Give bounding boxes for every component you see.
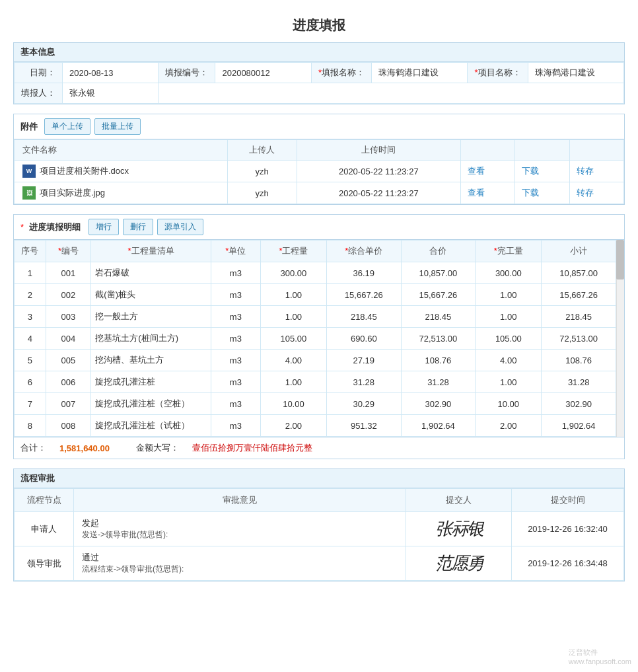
file-name: 🖼 项目实际进度.jpg xyxy=(15,182,228,204)
detail-row: 3 003 挖一般土方 m3 1.00 218.45 218.45 1.00 2… xyxy=(15,306,616,328)
file-name: W 项目进度相关附件.docx xyxy=(15,161,228,182)
row-seq: 7 xyxy=(15,393,46,415)
view-link[interactable]: 查看 xyxy=(460,161,514,182)
flow-time: 2019-12-26 16:32:40 xyxy=(512,512,624,546)
col-actions3 xyxy=(569,140,623,161)
row-qty: 1.00 xyxy=(260,306,326,328)
detail-row: 7 007 旋挖成孔灌注桩（空桩） m3 10.00 30.29 302.90 … xyxy=(15,393,616,415)
th-sub: 小计 xyxy=(542,241,616,262)
row-total: 10,857.00 xyxy=(401,262,476,284)
uploader: yzh xyxy=(227,182,297,204)
row-no: 005 xyxy=(46,350,91,371)
row-name: 截(凿)桩头 xyxy=(91,284,211,306)
row-unit: m3 xyxy=(211,284,260,306)
detail-scroll-area: 序号 *编号 *工程量清单 *单位 *工程量 *综合单价 合价 *完工量 小计 … xyxy=(14,240,624,437)
add-row-button[interactable]: 增行 xyxy=(89,219,119,235)
row-name: 旋挖成孔灌注桩（试桩） xyxy=(91,415,211,437)
row-seq: 6 xyxy=(15,371,46,393)
flow-time: 2019-12-26 16:34:48 xyxy=(512,546,624,581)
row-sub: 15,667.26 xyxy=(542,284,616,306)
row-seq: 2 xyxy=(15,284,46,306)
row-price: 15,667.26 xyxy=(326,284,401,306)
row-unit: m3 xyxy=(211,415,260,437)
col-time: 提交时间 xyxy=(512,489,624,512)
row-sub: 302.90 xyxy=(542,393,616,415)
row-sub: 31.28 xyxy=(542,371,616,393)
attachment-row: W 项目进度相关附件.docx yzh 2020-05-22 11:23:27 … xyxy=(15,161,624,182)
detail-toolbar: *进度填报明细 增行 删行 源单引入 xyxy=(14,215,624,240)
row-qty: 1.00 xyxy=(260,284,326,306)
row-seq: 5 xyxy=(15,350,46,371)
save-link[interactable]: 转存 xyxy=(569,182,623,204)
download-link[interactable]: 下载 xyxy=(515,182,569,204)
download-link[interactable]: 下载 xyxy=(515,161,569,182)
row-done: 105.00 xyxy=(476,328,542,350)
flow-submitter: 张祘银 xyxy=(406,512,512,546)
th-qty: *工程量 xyxy=(260,241,326,262)
scrollbar-thumb[interactable] xyxy=(616,240,624,280)
attachment-row: 🖼 项目实际进度.jpg yzh 2020-05-22 11:23:27 查看 … xyxy=(15,182,624,204)
workflow-row: 申请人 发起 发送->领导审批(范思哲): 张祘银 2019-12-26 16:… xyxy=(15,512,624,546)
report-name-label: *填报名称： xyxy=(311,63,371,83)
col-actions2 xyxy=(515,140,569,161)
th-total: 合价 xyxy=(401,241,476,262)
row-sub: 10,857.00 xyxy=(542,262,616,284)
th-seq: 序号 xyxy=(15,241,46,262)
th-done: *完工量 xyxy=(476,241,542,262)
amount-label: 金额大写： xyxy=(136,442,179,454)
word-icon: W xyxy=(22,165,36,178)
row-no: 003 xyxy=(46,306,91,328)
row-qty: 2.00 xyxy=(260,415,326,437)
basic-info-table: 日期： 2020-08-13 填报编号： 2020080012 *填报名称： 珠… xyxy=(14,62,624,104)
delete-row-button[interactable]: 删行 xyxy=(123,219,153,235)
row-done: 10.00 xyxy=(476,393,542,415)
row-price: 31.28 xyxy=(326,371,401,393)
row-unit: m3 xyxy=(211,306,260,328)
row-qty: 4.00 xyxy=(260,350,326,371)
summary-label: 合计： xyxy=(20,442,46,454)
row-price: 27.19 xyxy=(326,350,401,371)
col-upload-time: 上传时间 xyxy=(297,140,460,161)
single-upload-button[interactable]: 单个上传 xyxy=(44,118,90,135)
scrollbar-track[interactable] xyxy=(616,240,624,437)
th-price: *综合单价 xyxy=(326,241,401,262)
workflow-row: 领导审批 通过 流程结束->领导审批(范思哲): 范愿勇 2019-12-26 … xyxy=(15,546,624,581)
reporter-label: 填报人： xyxy=(15,83,63,104)
detail-label: 进度填报明细 xyxy=(29,221,81,233)
th-no: *编号 xyxy=(46,241,91,262)
detail-row: 8 008 旋挖成孔灌注桩（试桩） m3 2.00 951.32 1,902.6… xyxy=(15,415,616,437)
row-unit: m3 xyxy=(211,371,260,393)
row-total: 1,902.64 xyxy=(401,415,476,437)
row-price: 690.60 xyxy=(326,328,401,350)
batch-upload-button[interactable]: 批量上传 xyxy=(94,118,141,135)
row-done: 4.00 xyxy=(476,350,542,371)
row-price: 36.19 xyxy=(326,262,401,284)
th-name: *工程量清单 xyxy=(91,241,211,262)
attachment-label: 附件 xyxy=(20,121,38,133)
page-title: 进度填报 xyxy=(13,7,625,42)
row-unit: m3 xyxy=(211,328,260,350)
date-label: 日期： xyxy=(15,63,63,83)
row-no: 002 xyxy=(46,284,91,306)
row-sub: 108.76 xyxy=(542,350,616,371)
row-done: 1.00 xyxy=(476,306,542,328)
image-icon: 🖼 xyxy=(22,186,36,200)
row-seq: 1 xyxy=(15,262,46,284)
col-submitter: 提交人 xyxy=(406,489,512,512)
report-no-value: 2020080012 xyxy=(215,63,311,83)
attachment-section: 附件 单个上传 批量上传 文件名称 上传人 上传时间 W 项目进度相关附件.do… xyxy=(13,114,625,205)
save-link[interactable]: 转存 xyxy=(569,161,623,182)
project-name-value: 珠海鹤港口建设 xyxy=(528,63,623,83)
view-link[interactable]: 查看 xyxy=(460,182,514,204)
col-opinion: 审批意见 xyxy=(74,489,406,512)
th-unit: *单位 xyxy=(211,241,260,262)
import-button[interactable]: 源单引入 xyxy=(157,219,203,235)
workflow-header: 流程审批 xyxy=(14,469,624,488)
row-price: 218.45 xyxy=(326,306,401,328)
row-seq: 3 xyxy=(15,306,46,328)
row-done: 300.00 xyxy=(476,262,542,284)
row-sub: 218.45 xyxy=(542,306,616,328)
row-total: 15,667.26 xyxy=(401,284,476,306)
row-total: 302.90 xyxy=(401,393,476,415)
basic-info-section: 基本信息 日期： 2020-08-13 填报编号： 2020080012 *填报… xyxy=(13,42,625,104)
